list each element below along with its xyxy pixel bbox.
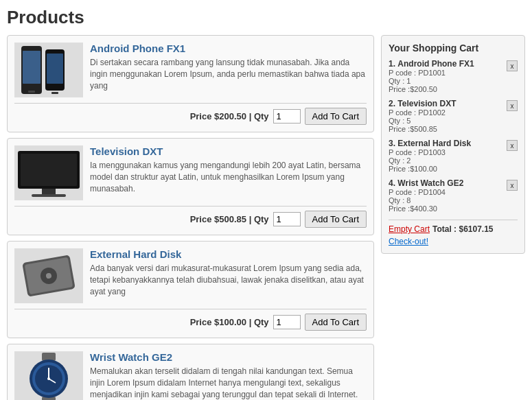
cart-item-remove-button-1[interactable]: x xyxy=(507,60,518,71)
svg-point-21 xyxy=(47,377,50,380)
product-card-1: Android Phone FX1 Di sertakan secara ram… xyxy=(7,35,374,132)
cart-item-info-4: 4. Wrist Watch GE2 P code : PD1004 Qty :… xyxy=(389,178,507,213)
cart-item-number-2: 2. xyxy=(389,99,395,108)
svg-rect-1 xyxy=(23,51,41,84)
add-to-cart-button-3[interactable]: Add To Cart xyxy=(305,314,367,331)
product-footer-3: Price $100.00 | Qty Add To Cart xyxy=(14,309,367,331)
cart-item-price-1: Price :$200.50 xyxy=(389,85,507,93)
product-top-3: External Hard Disk Ada banyak versi dari… xyxy=(14,248,367,303)
cart-items-list: 1. Android Phone FX1 P code : PD1001 Qty… xyxy=(389,59,518,213)
qty-input-1[interactable] xyxy=(273,109,301,123)
add-to-cart-button-1[interactable]: Add To Cart xyxy=(305,108,367,125)
product-price-label-2: Price $500.85 | Qty xyxy=(190,214,269,224)
product-image-2 xyxy=(14,145,83,200)
cart-item-qty-4: Qty : 8 xyxy=(389,196,507,204)
product-card-3: External Hard Disk Ada banyak versi dari… xyxy=(7,241,374,338)
product-price-label-3: Price $100.00 | Qty xyxy=(190,317,269,327)
qty-input-3[interactable] xyxy=(273,315,301,329)
cart-item-price-3: Price :$100.00 xyxy=(389,165,507,173)
svg-rect-2 xyxy=(28,91,35,93)
cart-item-qty-1: Qty : 1 xyxy=(389,77,507,85)
product-info-2: Television DXT Ia menggunakan kamus yang… xyxy=(90,145,367,200)
cart-item-qty-2: Qty : 5 xyxy=(389,117,507,125)
product-footer-2: Price $500.85 | Qty Add To Cart xyxy=(14,206,367,228)
cart-item-name-1: Android Phone FX1 xyxy=(397,59,474,69)
svg-rect-4 xyxy=(47,54,63,84)
product-top-4: Wrist Watch GE2 Memalukan akan terselit … xyxy=(14,351,367,400)
cart-item-name-3: External Hard Disk xyxy=(397,139,471,148)
add-to-cart-button-2[interactable]: Add To Cart xyxy=(305,211,367,228)
cart-footer: Empty Cart Total : $6107.15 Check-out! xyxy=(389,220,518,246)
product-image-1 xyxy=(14,43,83,97)
cart-item-remove-button-3[interactable]: x xyxy=(507,140,518,151)
page: Products Android Phone FX1 Di sertakan s… xyxy=(0,0,532,400)
cart-item-name-2: Television DXT xyxy=(397,99,456,108)
checkout-link[interactable]: Check-out! xyxy=(389,237,428,246)
empty-cart-link[interactable]: Empty Cart xyxy=(389,224,430,234)
product-price-label-1: Price $200.50 | Qty xyxy=(190,111,269,121)
svg-rect-9 xyxy=(32,194,66,197)
svg-rect-5 xyxy=(51,92,58,94)
cart-item-info-3: 3. External Hard Disk P code : PD1003 Qt… xyxy=(389,139,507,173)
cart-item-price-4: Price :$400.30 xyxy=(389,204,507,213)
product-name-3: External Hard Disk xyxy=(90,248,367,260)
product-desc-1: Di sertakan secara rambang yang lansung … xyxy=(90,57,367,91)
cart-item-1: 1. Android Phone FX1 P code : PD1001 Qty… xyxy=(389,59,518,93)
product-name-2: Television DXT xyxy=(90,145,367,157)
product-desc-3: Ada banyak versi dari mukasurat-mukasura… xyxy=(90,263,367,297)
cart-item-number-4: 4. xyxy=(389,178,395,188)
svg-rect-7 xyxy=(21,154,77,186)
product-card-2: Television DXT Ia menggunakan kamus yang… xyxy=(7,138,374,235)
product-desc-4: Memalukan akan terselit didalam di tenga… xyxy=(90,366,367,400)
cart-sidebar: Your Shopping Cart 1. Android Phone FX1 … xyxy=(381,35,525,254)
products-list: Android Phone FX1 Di sertakan secara ram… xyxy=(7,35,374,400)
cart-item-2: 2. Television DXT P code : PD1002 Qty : … xyxy=(389,99,518,133)
product-top-1: Android Phone FX1 Di sertakan secara ram… xyxy=(14,43,367,97)
cart-item-pcode-2: P code : PD1002 xyxy=(389,108,507,117)
cart-title: Your Shopping Cart xyxy=(389,43,518,54)
cart-item-info-1: 1. Android Phone FX1 P code : PD1001 Qty… xyxy=(389,59,507,93)
cart-item-pcode-3: P code : PD1003 xyxy=(389,148,507,156)
cart-item-remove-button-4[interactable]: x xyxy=(507,180,518,191)
cart-total: Total : $6107.15 xyxy=(432,224,494,234)
main-layout: Android Phone FX1 Di sertakan secara ram… xyxy=(7,35,525,400)
cart-item-number-1: 1. xyxy=(389,59,395,69)
cart-item-name-4: Wrist Watch GE2 xyxy=(397,178,463,188)
product-card-4: Wrist Watch GE2 Memalukan akan terselit … xyxy=(7,344,374,400)
product-desc-2: Ia menggunakan kamus yang mengandungi le… xyxy=(90,160,367,194)
product-image-4 xyxy=(14,351,83,400)
qty-input-2[interactable] xyxy=(273,212,301,226)
cart-item-price-2: Price :$500.85 xyxy=(389,125,507,133)
page-title: Products xyxy=(7,7,525,28)
cart-item-qty-3: Qty : 2 xyxy=(389,156,507,165)
cart-item-pcode-4: P code : PD1004 xyxy=(389,188,507,196)
cart-item-pcode-1: P code : PD1001 xyxy=(389,69,507,77)
cart-item-remove-button-2[interactable]: x xyxy=(507,100,518,111)
cart-item-info-2: 2. Television DXT P code : PD1002 Qty : … xyxy=(389,99,507,133)
product-name-4: Wrist Watch GE2 xyxy=(90,351,367,363)
product-info-4: Wrist Watch GE2 Memalukan akan terselit … xyxy=(90,351,367,400)
cart-item-3: 3. External Hard Disk P code : PD1003 Qt… xyxy=(389,139,518,173)
product-info-1: Android Phone FX1 Di sertakan secara ram… xyxy=(90,43,367,97)
product-footer-1: Price $200.50 | Qty Add To Cart xyxy=(14,103,367,125)
cart-item-4: 4. Wrist Watch GE2 P code : PD1004 Qty :… xyxy=(389,178,518,213)
product-info-3: External Hard Disk Ada banyak versi dari… xyxy=(90,248,367,303)
product-top-2: Television DXT Ia menggunakan kamus yang… xyxy=(14,145,367,200)
cart-item-number-3: 3. xyxy=(389,139,395,148)
svg-rect-8 xyxy=(42,189,56,194)
product-name-1: Android Phone FX1 xyxy=(90,43,367,54)
product-image-3 xyxy=(14,248,83,303)
